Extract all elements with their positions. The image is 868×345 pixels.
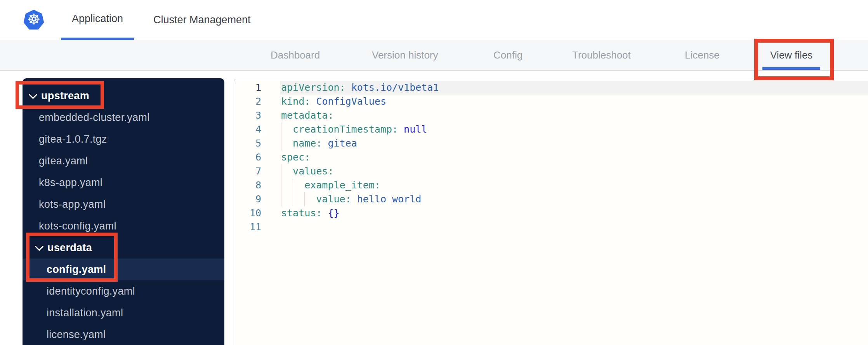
- token-plain: [310, 96, 316, 107]
- top-tab-application[interactable]: Application: [61, 0, 134, 40]
- nav-tab-config[interactable]: Config: [493, 40, 523, 70]
- code-line-9[interactable]: value: hello world: [280, 192, 868, 206]
- code-line-text: example_item:: [304, 178, 380, 192]
- tree-file-installation-yaml[interactable]: installation.yaml: [23, 302, 224, 324]
- nav-tab-troubleshoot[interactable]: Troubleshoot: [572, 40, 631, 70]
- code-line-text: values:: [293, 164, 333, 178]
- tree-item-label: identityconfig.yaml: [47, 285, 135, 297]
- code-line-text: status: {}: [281, 206, 340, 220]
- nav-tab-version-history[interactable]: Version history: [372, 40, 438, 70]
- kubernetes-logo-icon: ☸: [23, 10, 44, 31]
- token-key: metadata:: [281, 110, 333, 121]
- code-line-3[interactable]: metadata:: [280, 109, 868, 122]
- code-line-11[interactable]: [280, 220, 868, 234]
- tree-item-label: embedded-cluster.yaml: [39, 112, 149, 124]
- code-line-5[interactable]: name: gitea: [280, 136, 868, 150]
- line-number-11: 11: [234, 220, 261, 234]
- helm-wheel-glyph: ☸: [27, 11, 40, 28]
- tree-item-label: userdata: [47, 242, 92, 254]
- code-line-text: kind: ConfigValues: [281, 95, 386, 109]
- token-val: gitea: [328, 138, 357, 149]
- file-viewer-editor[interactable]: 1234567891011 apiVersion: kots.io/v1beta…: [234, 79, 868, 345]
- kots-admin-console: ☸ ApplicationCluster Management Dashboar…: [0, 0, 868, 345]
- code-line-text: value: hello world: [316, 192, 421, 206]
- app-subnav: DashboardVersion historyConfigTroublesho…: [0, 40, 868, 71]
- line-number-8: 8: [234, 178, 261, 192]
- code-line-7[interactable]: values:: [280, 164, 868, 178]
- tree-file-gitea-yaml[interactable]: gitea.yaml: [23, 150, 224, 172]
- code-line-text: creationTimestamp: null: [293, 122, 427, 136]
- line-number-4: 4: [234, 122, 261, 136]
- tree-file-kots-config-yaml[interactable]: kots-config.yaml: [23, 215, 224, 237]
- token-key: apiVersion:: [281, 82, 345, 93]
- tree-file-config-yaml[interactable]: config.yaml: [23, 259, 224, 280]
- token-key: values:: [293, 166, 333, 177]
- tree-file-identityconfig-yaml[interactable]: identityconfig.yaml: [23, 280, 224, 302]
- token-key: creationTimestamp:: [293, 124, 398, 135]
- tree-file-embedded-cluster-yaml[interactable]: embedded-cluster.yaml: [23, 107, 224, 128]
- code-line-text: metadata:: [281, 109, 333, 122]
- line-number-3: 3: [234, 109, 261, 122]
- code-line-4[interactable]: creationTimestamp: null: [280, 122, 868, 136]
- tree-item-label: installation.yaml: [47, 307, 123, 319]
- line-number-2: 2: [234, 95, 261, 109]
- nav-tab-dashboard[interactable]: Dashboard: [271, 40, 320, 70]
- nav-tab-license[interactable]: License: [685, 40, 720, 70]
- indent-guide: [304, 192, 305, 206]
- tree-file-kots-app-yaml[interactable]: kots-app.yaml: [23, 193, 224, 215]
- indent-guide: [281, 192, 281, 206]
- token-plain: [351, 193, 357, 205]
- token-lit: null: [404, 124, 427, 135]
- token-val: ConfigValues: [316, 96, 386, 107]
- code-line-6[interactable]: spec:: [280, 150, 868, 164]
- file-tree-sidebar: upstreamembedded-cluster.yamlgitea-1.0.7…: [23, 78, 224, 345]
- token-key: value:: [316, 193, 351, 205]
- chevron-down-icon: [35, 242, 44, 251]
- indent-guide: [281, 178, 281, 192]
- code-line-text: spec:: [281, 150, 310, 164]
- token-val: kots.io/v1beta1: [351, 82, 439, 93]
- token-key: name:: [293, 138, 322, 149]
- indent-guide: [293, 178, 293, 192]
- code-line-text: name: gitea: [293, 136, 357, 150]
- indent-guide: [281, 164, 281, 178]
- tree-item-label: kots-config.yaml: [39, 220, 116, 232]
- editor-code-area[interactable]: apiVersion: kots.io/v1beta1kind: ConfigV…: [280, 81, 868, 234]
- code-line-8[interactable]: example_item:: [280, 178, 868, 192]
- code-line-2[interactable]: kind: ConfigValues: [280, 95, 868, 109]
- kubernetes-logo[interactable]: ☸: [23, 10, 44, 31]
- top-tab-cluster-management[interactable]: Cluster Management: [142, 0, 262, 40]
- token-key: spec:: [281, 152, 310, 163]
- line-number-9: 9: [234, 192, 261, 206]
- line-number-5: 5: [234, 136, 261, 150]
- token-plain: [345, 82, 351, 93]
- token-lit: {}: [328, 207, 339, 219]
- line-number-1: 1: [234, 81, 261, 95]
- tree-folder-userdata[interactable]: userdata: [23, 237, 224, 259]
- token-key: example_item:: [304, 179, 380, 191]
- indent-guide: [281, 136, 281, 150]
- line-number-6: 6: [234, 150, 261, 164]
- tree-file-license-yaml[interactable]: license.yaml: [23, 324, 224, 345]
- indent-guide: [293, 192, 293, 206]
- token-val: hello world: [357, 193, 422, 205]
- tree-item-label: gitea-1.0.7.tgz: [39, 133, 107, 145]
- code-line-10[interactable]: status: {}: [280, 206, 868, 220]
- tree-folder-upstream[interactable]: upstream: [23, 85, 224, 107]
- tree-file-gitea-1-0-7-tgz[interactable]: gitea-1.0.7.tgz: [23, 128, 224, 150]
- line-number-7: 7: [234, 164, 261, 178]
- code-line-text: apiVersion: kots.io/v1beta1: [281, 81, 439, 95]
- nav-tab-view-files[interactable]: View files: [770, 40, 812, 70]
- token-key: status:: [281, 207, 322, 219]
- tree-item-label: upstream: [41, 90, 89, 102]
- topbar: ☸ ApplicationCluster Management: [0, 0, 868, 40]
- tree-item-label: license.yaml: [47, 329, 106, 341]
- editor-gutter: 1234567891011: [234, 81, 261, 234]
- code-line-1[interactable]: apiVersion: kots.io/v1beta1: [280, 81, 868, 95]
- token-plain: [322, 207, 328, 219]
- tree-file-k8s-app-yaml[interactable]: k8s-app.yaml: [23, 172, 224, 193]
- tree-item-label: k8s-app.yaml: [39, 177, 102, 189]
- tree-item-label: config.yaml: [47, 264, 106, 276]
- tree-item-label: kots-app.yaml: [39, 198, 106, 210]
- token-plain: [322, 138, 328, 149]
